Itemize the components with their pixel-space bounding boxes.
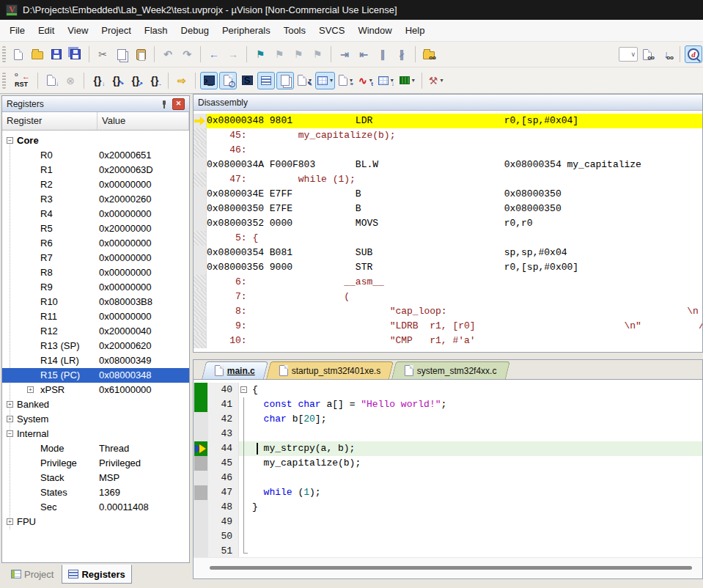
disassembly-gutter-cell[interactable] bbox=[194, 290, 207, 304]
dropdown-arrow-icon[interactable]: ▾ bbox=[412, 77, 415, 84]
menu-help[interactable]: Help bbox=[399, 22, 432, 39]
insert-bookmark-button[interactable]: ⚑ bbox=[251, 45, 269, 63]
disassembly-line[interactable]: 0x08000352 0000 MOVS r0,r0 bbox=[194, 216, 702, 231]
expand-toggle-icon[interactable]: + bbox=[7, 518, 13, 525]
new-file-button[interactable] bbox=[10, 45, 27, 63]
fold-margin[interactable] bbox=[239, 427, 249, 441]
disassembly-line[interactable]: 7: ( bbox=[194, 290, 702, 304]
symbol-window-button[interactable]: S bbox=[238, 72, 256, 89]
register-row-r5[interactable]: R50x20000000 bbox=[2, 221, 189, 236]
register-row-system[interactable]: +System bbox=[2, 412, 189, 427]
code-text[interactable]: { bbox=[249, 383, 702, 397]
toolbar-grip[interactable] bbox=[2, 73, 6, 89]
code-text[interactable] bbox=[249, 544, 702, 558]
dropdown-arrow-icon[interactable]: ▾ bbox=[369, 77, 372, 84]
start-stop-debug-button[interactable]: d bbox=[685, 45, 702, 63]
register-row-states[interactable]: States1369 bbox=[2, 485, 189, 500]
fold-margin[interactable] bbox=[239, 397, 249, 412]
fold-margin[interactable] bbox=[239, 471, 249, 485]
find-in-files-button[interactable]: oo bbox=[420, 45, 438, 63]
register-row-r4[interactable]: R40x00000000 bbox=[2, 207, 189, 221]
code-text[interactable] bbox=[249, 515, 702, 529]
editor-line[interactable]: 42 char b[20]; bbox=[194, 412, 702, 427]
call-stack-window-button[interactable] bbox=[276, 72, 294, 89]
breakpoint-gutter-cell[interactable] bbox=[194, 544, 208, 558]
register-row-fpu[interactable]: +FPU bbox=[2, 515, 189, 529]
stop-button[interactable]: ⊗ bbox=[62, 72, 79, 89]
register-row-r10[interactable]: R100x080003B8 bbox=[2, 295, 189, 309]
horizontal-splitter[interactable] bbox=[193, 353, 703, 359]
editor-line[interactable]: 43 bbox=[194, 427, 702, 441]
menu-svcs[interactable]: SVCS bbox=[312, 22, 351, 39]
editor-line[interactable]: 45 my_capitalize(b); bbox=[194, 456, 702, 471]
clear-bookmarks-button[interactable]: ⚑ bbox=[309, 45, 326, 63]
editor-horizontal-scrollbar[interactable] bbox=[194, 557, 702, 578]
register-row-r11[interactable]: R110x00000000 bbox=[2, 309, 189, 324]
run-button[interactable]: ↓ bbox=[43, 72, 60, 89]
expand-toggle-icon[interactable]: + bbox=[7, 416, 13, 422]
code-text[interactable] bbox=[249, 471, 702, 485]
code-text[interactable] bbox=[249, 427, 702, 441]
menu-window[interactable]: Window bbox=[351, 22, 398, 39]
disassembly-gutter-cell[interactable] bbox=[194, 275, 207, 290]
code-text[interactable] bbox=[249, 529, 702, 544]
pin-icon[interactable] bbox=[159, 100, 168, 109]
collapse-toggle-icon[interactable]: − bbox=[7, 430, 13, 437]
menu-flash[interactable]: Flash bbox=[138, 22, 174, 39]
tab-startup-stm32f401xe-s[interactable]: startup_stm32f401xe.s bbox=[266, 361, 394, 379]
expand-toggle-icon[interactable]: + bbox=[7, 401, 13, 408]
code-text[interactable]: while (1); bbox=[249, 485, 702, 500]
disassembly-gutter-cell[interactable] bbox=[194, 304, 207, 319]
disassembly-line[interactable]: 45: my_capitalize(b); bbox=[194, 128, 702, 143]
breakpoint-gutter-cell[interactable] bbox=[194, 456, 208, 471]
editor-line[interactable]: 40−{ bbox=[194, 383, 702, 397]
register-row-r1[interactable]: R10x2000063D bbox=[2, 163, 189, 177]
command-window-button[interactable]: ›_ bbox=[200, 72, 218, 89]
title-bar[interactable]: D:\Projects\Embedded\Lab_Week2\test.uvpr… bbox=[0, 0, 703, 20]
undo-button[interactable]: ↶ bbox=[159, 45, 177, 63]
register-row-mode[interactable]: ModeThread bbox=[2, 441, 189, 456]
disassembly-gutter-cell[interactable] bbox=[194, 172, 207, 187]
disassembly-gutter-cell[interactable] bbox=[194, 334, 207, 348]
register-row-privilege[interactable]: PrivilegePrivileged bbox=[2, 456, 189, 471]
indent-button[interactable]: ⇥ bbox=[336, 45, 353, 63]
disassembly-gutter-cell[interactable] bbox=[194, 202, 207, 216]
register-row-r12[interactable]: R120x20000040 bbox=[2, 324, 189, 339]
menu-project[interactable]: Project bbox=[95, 22, 137, 39]
register-row-core[interactable]: −Core bbox=[2, 133, 189, 148]
register-row-stack[interactable]: StackMSP bbox=[2, 471, 189, 485]
paste-button[interactable] bbox=[132, 45, 150, 63]
toolbar-grip[interactable] bbox=[2, 46, 6, 62]
fold-margin[interactable] bbox=[239, 412, 249, 427]
next-bookmark-button[interactable]: ⚑ bbox=[270, 45, 288, 63]
disassembly-gutter-cell[interactable] bbox=[194, 128, 207, 143]
panel-tab-registers[interactable]: Registers bbox=[62, 565, 131, 584]
fold-margin[interactable] bbox=[239, 529, 249, 544]
save-all-button[interactable] bbox=[67, 45, 84, 63]
run-to-cursor-button[interactable]: {}→ bbox=[146, 72, 163, 89]
analysis-window-button[interactable]: ∿t▾ bbox=[356, 72, 375, 89]
dropdown-arrow-icon[interactable]: ▾ bbox=[330, 77, 333, 84]
disassembly-line[interactable]: 0x08000354 B081 SUB sp,sp,#0x04 bbox=[194, 246, 702, 260]
unindent-button[interactable]: ⇤ bbox=[355, 45, 372, 63]
collapse-toggle-icon[interactable]: − bbox=[7, 137, 13, 144]
editor-line[interactable]: 47 while (1); bbox=[194, 485, 702, 500]
disassembly-gutter-cell[interactable] bbox=[194, 158, 207, 172]
memory-window-button[interactable]: ▾ bbox=[315, 72, 335, 89]
fold-margin[interactable] bbox=[239, 485, 249, 500]
disassembly-line[interactable]: 9: "LDRB r1, [r0] \n" / bbox=[194, 319, 702, 334]
register-row-xpsr[interactable]: +xPSR0x61000000 bbox=[2, 383, 189, 397]
disassembly-line[interactable]: 0x0800034A F000F803 BL.W 0x08000354 my_c… bbox=[194, 158, 702, 172]
fold-margin[interactable] bbox=[239, 544, 249, 558]
breakpoint-gutter-cell[interactable] bbox=[194, 383, 208, 397]
fold-margin[interactable] bbox=[239, 441, 249, 456]
show-next-statement-button[interactable]: ⇨ bbox=[173, 72, 191, 89]
disassembly-gutter-cell[interactable] bbox=[194, 260, 207, 275]
register-row-r14-lr[interactable]: R14 (LR)0x08000349 bbox=[2, 353, 189, 368]
editor-line[interactable]: 46 bbox=[194, 471, 702, 485]
code-text[interactable]: char b[20]; bbox=[249, 412, 702, 427]
find-in-files-2-button[interactable]: oo bbox=[638, 45, 656, 63]
step-button[interactable]: {}↓ bbox=[89, 72, 106, 89]
disassembly-line[interactable]: 5: { bbox=[194, 231, 702, 246]
editor-line[interactable]: 49 bbox=[194, 515, 702, 529]
